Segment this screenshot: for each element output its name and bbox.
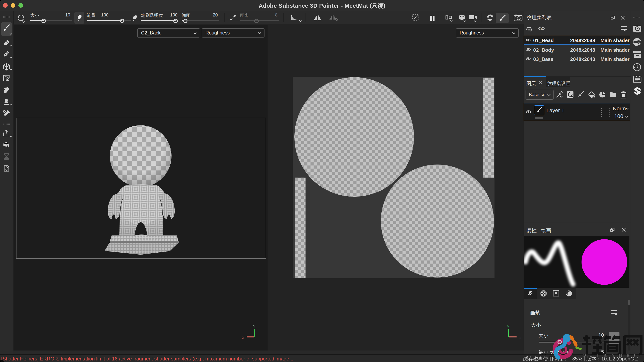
svg-text:X: X bbox=[242, 336, 244, 340]
svg-text:t: t bbox=[634, 353, 635, 358]
svg-text:e: e bbox=[627, 353, 629, 358]
svg-text:1: 1 bbox=[540, 27, 542, 30]
svg-text:n: n bbox=[612, 353, 614, 358]
svg-text:V: V bbox=[507, 324, 510, 328]
svg-text:J: J bbox=[590, 353, 592, 358]
svg-text:a: a bbox=[604, 353, 606, 358]
svg-text:U: U bbox=[519, 336, 521, 340]
svg-text:N: N bbox=[619, 353, 622, 358]
svg-text:Q: Q bbox=[583, 353, 586, 358]
svg-text:Y: Y bbox=[253, 324, 255, 328]
svg-text:i: i bbox=[597, 353, 598, 358]
